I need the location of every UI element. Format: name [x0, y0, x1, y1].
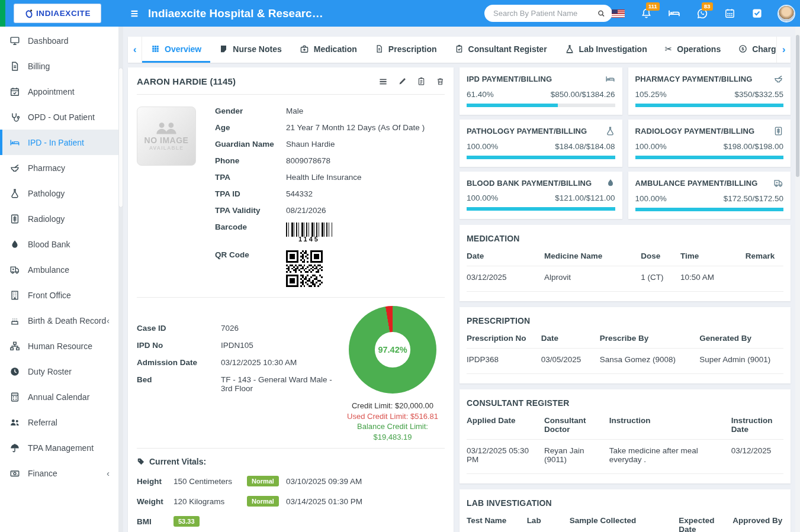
table-cell: Alprovit: [544, 273, 636, 282]
table-row: 03/12/2025 05:30 PM Reyan Jain (9011) Ta…: [467, 440, 783, 474]
field-label: Gender: [215, 107, 286, 115]
column-header: Medicine Name: [544, 252, 636, 260]
medication-card: MEDICATION Date Medicine Name Dose Time …: [460, 225, 791, 301]
column-header: Dose: [641, 252, 676, 260]
accent-strip: [0, 0, 5, 27]
sidebar-item-dashboard[interactable]: Dashboard: [0, 28, 118, 53]
sidebar-item-referral[interactable]: Referral: [0, 410, 118, 435]
sidebar-item-pathology[interactable]: Pathology: [0, 180, 118, 206]
tab-nurse-notes[interactable]: Nurse Notes: [210, 37, 290, 63]
clipboard-icon[interactable]: [417, 77, 426, 86]
page-scrollbar-thumb[interactable]: [796, 35, 799, 177]
field-label: Admission Date: [137, 358, 221, 367]
lab-icon: [565, 44, 574, 54]
chevron-left-icon: ‹: [107, 315, 110, 325]
tab-medication[interactable]: Medication: [291, 37, 366, 63]
whatsapp-icon[interactable]: 83: [696, 8, 708, 20]
sidebar-scrollbar-thumb[interactable]: [119, 68, 123, 207]
sidebar-item-pharmacy[interactable]: Pharmacy: [0, 155, 118, 180]
column-header: Instruction: [609, 416, 727, 434]
page-scrollbar[interactable]: [795, 27, 800, 532]
sitemap-icon: [9, 341, 20, 352]
bed-status-icon[interactable]: [668, 7, 680, 20]
sidebar-item-tpa-management[interactable]: TPA Management: [0, 435, 118, 460]
sidebar-item-duty-roster[interactable]: Duty Roster: [0, 359, 118, 384]
ambulance-icon: [9, 265, 20, 275]
used-credit-line: Used Credit Limit: $516.81: [340, 411, 445, 422]
sidebar-item-billing[interactable]: Billing: [0, 53, 118, 79]
billing-cards: IPD PAYMENT/BILLING 61.40%$850.00/$1384.…: [460, 67, 791, 219]
tab-charges[interactable]: $ Charges: [730, 37, 776, 63]
tab-overview[interactable]: Overview: [142, 37, 210, 63]
tab-label: Prescription: [388, 44, 437, 54]
notifications-bell-icon[interactable]: 111: [641, 8, 652, 19]
progress-bar: [635, 208, 784, 211]
credit-lines: Credit Limit: $20,000.00 Used Credit Lim…: [340, 401, 445, 442]
case-details: Case ID7026 IPD NoIPDN105 Admission Date…: [137, 306, 337, 442]
stethoscope-icon: [9, 112, 20, 122]
table-cell: 03/12/2025: [467, 273, 539, 282]
logo-text: INDIAEXCITE: [36, 9, 91, 18]
field-label: TPA: [215, 173, 286, 182]
tab-consultant-register[interactable]: Consultant Register: [446, 37, 556, 63]
sidebar-item-finance[interactable]: Finance ‹: [0, 460, 118, 486]
patient-search[interactable]: [484, 5, 612, 22]
sidebar-item-annual-calendar[interactable]: Annual Calendar: [0, 384, 118, 410]
column-header: Instruction Date: [731, 416, 783, 434]
tasks-check-icon[interactable]: [751, 8, 763, 19]
status-badge: 53.33: [174, 516, 200, 527]
user-avatar[interactable]: [779, 6, 794, 21]
logo[interactable]: INDIAEXCITE: [14, 4, 101, 22]
tabs-scroll-left-icon[interactable]: ‹: [128, 37, 142, 63]
calendar-icon[interactable]: [724, 8, 735, 19]
language-flag-icon[interactable]: [612, 9, 625, 18]
sidebar-item-blood-bank[interactable]: Blood Bank: [0, 231, 118, 257]
credit-limit-chart: 97.42% Credit Limit: $20,000.00 Used Cre…: [340, 306, 445, 442]
hamburger-icon[interactable]: [129, 8, 140, 19]
sidebar-item-front-office[interactable]: Front Office: [0, 282, 118, 308]
tab-lab-investigation[interactable]: Lab Investigation: [556, 37, 656, 63]
table-cell: Reyan Jain (9011): [544, 446, 605, 464]
menu-list-icon[interactable]: [378, 77, 388, 86]
progress-bar: [635, 156, 784, 159]
calendar-grid-icon: [9, 392, 20, 402]
tab-operations[interactable]: ✂ Operations: [656, 37, 730, 63]
sidebar-item-opd[interactable]: OPD - Out Patient: [0, 104, 118, 130]
billing-card-pharmacy: PHARMACY PAYMENT/BILLING 105.25%$350/$33…: [628, 67, 791, 115]
billing-percent: 105.25%: [635, 90, 667, 99]
field-label: IPD No: [137, 341, 221, 350]
topbar-actions: 111 83: [612, 0, 794, 27]
column-header: Consultant Doctor: [544, 416, 605, 434]
billing-icon: [9, 61, 20, 72]
search-icon[interactable]: [597, 9, 605, 18]
sidebar-item-label: Appointment: [28, 87, 75, 96]
building-icon: [9, 290, 20, 301]
current-vitals: Current Vitals: Height 150 Centimeters N…: [128, 449, 454, 532]
tab-prescription[interactable]: Prescription: [366, 37, 446, 63]
vital-value: 150 Centimeters: [174, 477, 240, 486]
field-value: 7026: [221, 324, 337, 333]
sidebar-item-radiology[interactable]: Radiology: [0, 206, 118, 231]
svg-text:$: $: [742, 46, 745, 51]
barcode-image: [286, 223, 332, 237]
sidebar-scrollbar[interactable]: [118, 27, 123, 532]
billing-card-ambulance: AMBULANCE PAYMENT/BILLING 100.00%$172.50…: [628, 172, 791, 219]
tab-label: Operations: [677, 44, 721, 54]
trash-icon[interactable]: [436, 77, 445, 86]
table-cell: 03/12/2025 05:30 PM: [467, 446, 539, 464]
tabs-scroll-area: Overview Nurse Notes Medication Prescrip…: [142, 37, 776, 63]
field-value: 8009078678: [286, 156, 445, 165]
sidebar-item-birth-death[interactable]: Birth & Death Record ‹: [0, 308, 118, 333]
sidebar-item-human-resource[interactable]: Human Resource: [0, 333, 118, 359]
sidebar-item-ipd[interactable]: IPD - In Patient: [0, 130, 118, 155]
sidebar-item-appointment[interactable]: Appointment: [0, 79, 118, 104]
barcode-number: 1145: [286, 236, 332, 243]
tab-label: Lab Investigation: [579, 44, 647, 54]
status-badge: Normal: [247, 476, 279, 486]
search-input[interactable]: [493, 9, 597, 18]
tabs-scroll-right-icon[interactable]: ›: [776, 37, 791, 63]
field-label: Phone: [215, 156, 286, 165]
field-value: IPDN105: [221, 341, 337, 350]
edit-pencil-icon[interactable]: [398, 77, 407, 86]
sidebar-item-ambulance[interactable]: Ambulance: [0, 257, 118, 282]
